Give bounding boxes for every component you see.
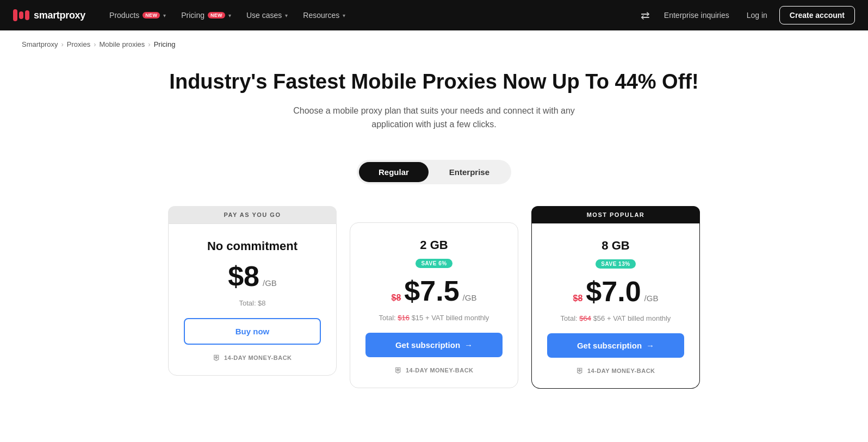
nav-items: Products NEW ▾ Pricing NEW ▾ Use cases ▾…: [103, 7, 634, 24]
buy-now-button[interactable]: Buy now: [184, 318, 321, 345]
breadcrumb-sep-1: ›: [61, 40, 63, 48]
arrow-icon-8gb: →: [646, 341, 654, 350]
logo-bar-1: [13, 9, 17, 21]
breadcrumb: Smartproxy › Proxies › Mobile proxies › …: [0, 30, 868, 48]
get-subscription-button-2gb[interactable]: Get subscription →: [365, 333, 503, 357]
money-back-8gb: ⛨ 14-DAY MONEY-BACK: [576, 366, 655, 375]
nav-use-cases-chevron: ▾: [285, 13, 288, 18]
nav-use-cases-label: Use cases: [246, 11, 282, 20]
toggle-regular-button[interactable]: Regular: [359, 162, 429, 182]
card-title-2gb: 2 GB: [420, 238, 448, 252]
enterprise-inquiries-link[interactable]: Enterprise inquiries: [659, 8, 735, 23]
hero-title: Industry's Fastest Mobile Proxies Now Up…: [11, 70, 857, 94]
nav-products-badge: NEW: [142, 12, 160, 18]
breadcrumb-sep-3: ›: [148, 40, 150, 48]
price-unit-8gb: /GB: [644, 294, 659, 303]
nav-item-use-cases[interactable]: Use cases ▾: [240, 7, 294, 24]
breadcrumb-proxies[interactable]: Proxies: [67, 40, 90, 48]
card-wrapper-8gb: MOST POPULAR 8 GB SAVE 13% $8 $7.0 /GB T…: [531, 206, 700, 389]
shield-icon-1: ⛨: [213, 353, 221, 362]
pricing-card-no-commitment: No commitment $8 /GB Total: $8 Buy now ⛨…: [168, 223, 337, 376]
nav-item-resources[interactable]: Resources ▾: [296, 7, 352, 24]
price-row-2gb: $8 $7.5 /GB: [392, 275, 477, 307]
price-old-8gb: $8: [573, 294, 583, 303]
translate-icon[interactable]: ⇄: [638, 7, 652, 24]
money-back-label-2: 14-DAY MONEY-BACK: [406, 367, 474, 373]
price-total-crossed-2gb: $16: [398, 314, 410, 322]
logo[interactable]: smartproxy: [13, 9, 85, 21]
navbar: smartproxy Products NEW ▾ Pricing NEW ▾ …: [0, 0, 868, 30]
price-total-8gb: Total: $64 $56 + VAT billed monthly: [561, 314, 671, 322]
shield-icon-2: ⛨: [394, 366, 402, 375]
price-row-8gb: $8 $7.0 /GB: [573, 275, 659, 308]
money-back-label-3: 14-DAY MONEY-BACK: [587, 368, 655, 374]
nav-products-chevron: ▾: [163, 13, 166, 18]
price-total-2gb: Total: $16 $15 + VAT billed monthly: [379, 314, 489, 322]
breadcrumb-sep-2: ›: [94, 40, 96, 48]
nav-pricing-chevron: ▾: [228, 13, 231, 18]
pricing-section: PAY AS YOU GO No commitment $8 /GB Total…: [0, 206, 868, 410]
get-subscription-label-2gb: Get subscription: [395, 340, 460, 350]
get-subscription-label-8gb: Get subscription: [577, 341, 642, 350]
hero-subtitle: Choose a mobile proxy plan that suits yo…: [293, 104, 575, 132]
price-old-2gb: $8: [392, 293, 401, 303]
logo-bar-3: [25, 10, 29, 20]
login-link[interactable]: Log in: [741, 8, 773, 23]
pricing-card-2gb: 2 GB SAVE 6% $8 $7.5 /GB Total: $16 $15 …: [350, 222, 518, 388]
plan-toggle-wrapper: Regular Enterprise: [0, 160, 868, 184]
create-account-button[interactable]: Create account: [779, 6, 855, 24]
price-total-text-no-commitment: Total: $8: [239, 299, 265, 307]
arrow-icon-2gb: →: [464, 340, 473, 350]
breadcrumb-current: Pricing: [154, 40, 176, 48]
card-wrapper-no-commitment: PAY AS YOU GO No commitment $8 /GB Total…: [168, 206, 337, 376]
pay-as-you-go-label: PAY AS YOU GO: [168, 206, 337, 223]
money-back-2gb: ⛨ 14-DAY MONEY-BACK: [394, 366, 473, 375]
price-total-extra-8gb: + VAT billed monthly: [607, 314, 671, 322]
price-unit-no-commitment: /GB: [263, 278, 277, 288]
logo-bar-2: [19, 11, 23, 19]
price-main-no-commitment: $8: [228, 260, 259, 292]
price-main-8gb: $7.0: [586, 275, 641, 308]
nav-item-pricing[interactable]: Pricing NEW ▾: [175, 7, 238, 24]
price-unit-2gb: /GB: [463, 293, 477, 302]
price-total-label-8gb: Total:: [561, 314, 580, 322]
price-total-value-2gb: $15: [412, 314, 424, 322]
nav-resources-chevron: ▾: [343, 13, 345, 18]
price-total-no-commitment: Total: $8: [239, 299, 265, 307]
price-total-value-8gb: $56: [593, 314, 605, 322]
nav-right: ⇄ Enterprise inquiries Log in Create acc…: [638, 6, 855, 24]
nav-item-products[interactable]: Products NEW ▾: [103, 7, 172, 24]
nav-resources-label: Resources: [303, 11, 339, 20]
price-total-crossed-8gb: $64: [579, 314, 591, 322]
nav-products-label: Products: [109, 11, 139, 20]
most-popular-label: MOST POPULAR: [531, 206, 700, 223]
toggle-enterprise-button[interactable]: Enterprise: [430, 162, 509, 182]
nav-pricing-badge: NEW: [208, 12, 225, 18]
save-badge-2gb: SAVE 6%: [416, 259, 452, 268]
price-row-no-commitment: $8 /GB: [228, 260, 277, 292]
hero-section: Industry's Fastest Mobile Proxies Now Up…: [0, 48, 868, 160]
money-back-label-1: 14-DAY MONEY-BACK: [224, 354, 292, 361]
pricing-card-8gb: 8 GB SAVE 13% $8 $7.0 /GB Total: $64 $56…: [531, 223, 700, 389]
shield-icon-3: ⛨: [576, 366, 584, 375]
get-subscription-button-8gb[interactable]: Get subscription →: [547, 333, 684, 358]
price-total-label-2gb: Total:: [379, 314, 398, 322]
card-title-no-commitment: No commitment: [207, 239, 297, 253]
money-back-no-commitment: ⛨ 14-DAY MONEY-BACK: [213, 353, 292, 362]
breadcrumb-mobile-proxies[interactable]: Mobile proxies: [100, 40, 145, 48]
save-badge-8gb: SAVE 13%: [596, 259, 635, 269]
nav-pricing-label: Pricing: [181, 11, 204, 20]
card-title-8gb: 8 GB: [602, 239, 629, 253]
logo-text: smartproxy: [34, 10, 85, 21]
price-total-extra-2gb: + VAT billed monthly: [425, 314, 489, 322]
card-wrapper-2gb: 2 GB SAVE 6% $8 $7.5 /GB Total: $16 $15 …: [350, 222, 518, 388]
price-main-2gb: $7.5: [404, 275, 459, 307]
breadcrumb-smartproxy[interactable]: Smartproxy: [22, 40, 58, 48]
plan-toggle: Regular Enterprise: [357, 160, 511, 184]
logo-icon: [13, 9, 29, 21]
